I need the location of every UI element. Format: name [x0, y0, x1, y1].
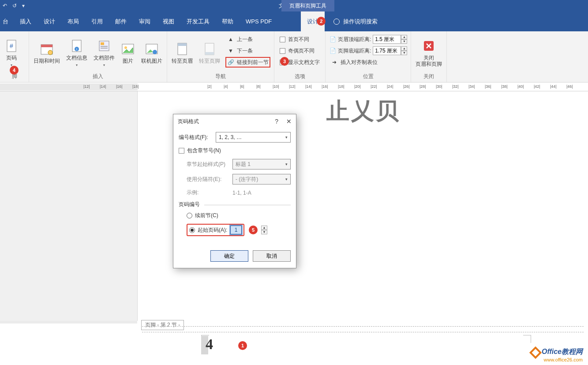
close-icon[interactable]: ✕	[286, 118, 292, 125]
badge-1: 1	[238, 341, 247, 350]
link-to-previous-button[interactable]: 🔗 链接到前一节	[225, 57, 270, 68]
number-format-row: 编号格式(F): 1, 2, 3, … ▾	[179, 132, 291, 143]
nav-list: ▲上一条 ▼下一条 🔗 链接到前一节 3	[224, 33, 272, 73]
checkbox-icon	[179, 148, 184, 154]
date-time-button[interactable]: 日期和时间	[31, 33, 63, 73]
page-numbering-label: 页码编号	[179, 201, 291, 208]
tab-wpspdf[interactable]: WPS PDF	[240, 11, 278, 31]
svg-rect-3	[41, 45, 52, 47]
cancel-button[interactable]: 取消	[253, 250, 291, 262]
close-icon	[422, 39, 436, 53]
ok-button[interactable]: 确定	[210, 250, 248, 262]
page-number-button[interactable]: # 页码 ▾ 4	[2, 33, 21, 73]
footer-boundary-line	[142, 326, 584, 327]
spin-down-icon[interactable]: ▼	[261, 230, 267, 234]
document-body-text: 止乂贝	[326, 96, 401, 127]
horizontal-ruler[interactable]: |18||16||14||12||2||4||6||8||10||12||14|…	[0, 83, 588, 91]
goto-header-icon	[175, 42, 189, 56]
ribbon: # 页码 ▾ 4 脚 日期和时间 i 文档信息 ▾ 文档部件 ▾	[0, 31, 588, 83]
insert-align-tab-button[interactable]: ➜插入对齐制表位	[329, 57, 407, 68]
svg-point-15	[153, 50, 157, 54]
docinfo-icon: i	[70, 39, 84, 53]
prev-icon: ▲	[227, 36, 234, 43]
online-picture-icon	[145, 42, 159, 56]
contextual-tab-label: 页眉和页脚工具	[281, 0, 334, 11]
chevron-down-icon: ▾	[285, 162, 288, 166]
undo-icon[interactable]: ↶	[3, 3, 9, 9]
checkbox-icon	[280, 37, 285, 42]
svg-rect-10	[101, 46, 108, 47]
header-distance-input[interactable]: ▲▼	[373, 35, 407, 44]
ribbon-group-close: 关闭 页眉和页脚 关闭	[411, 31, 447, 82]
spin-up-icon[interactable]: ▲	[401, 46, 407, 51]
goto-header-button[interactable]: 转至页眉	[169, 33, 195, 73]
svg-text:i: i	[76, 47, 77, 51]
radio-icon	[187, 213, 192, 218]
badge-4: 4	[10, 66, 19, 75]
picture-icon	[121, 42, 135, 56]
radio-icon[interactable]	[189, 227, 195, 233]
picture-button[interactable]: 图片	[118, 33, 138, 73]
tab-insert[interactable]: 插入	[14, 11, 37, 31]
tab-design[interactable]: 设计	[37, 11, 61, 31]
link-icon: 🔗	[227, 59, 234, 66]
number-format-select[interactable]: 1, 2, 3, … ▾	[216, 132, 291, 143]
tab-review[interactable]: 审阅	[133, 11, 157, 31]
start-at-row: 起始页码(A): 5 ▲▼	[187, 224, 291, 236]
help-icon[interactable]: ?	[275, 118, 278, 125]
tab-developer[interactable]: 开发工具	[180, 11, 216, 31]
badge-2: 2	[317, 17, 326, 26]
svg-rect-17	[178, 43, 187, 46]
badge-5: 5	[249, 226, 258, 234]
tab-layout[interactable]: 布局	[61, 11, 85, 31]
spin-down-icon[interactable]: ▼	[401, 51, 407, 55]
ribbon-group-hf: # 页码 ▾ 4 脚	[0, 31, 29, 82]
tell-me[interactable]: 操作说明搜索	[325, 18, 378, 26]
quick-parts-button[interactable]: 文档部件 ▾	[91, 33, 117, 73]
chevron-down-icon: ▾	[285, 135, 288, 139]
badge-3: 3	[280, 57, 289, 66]
checkbox-icon	[280, 48, 285, 54]
include-chapter-check[interactable]: 包含章节号(N)	[179, 147, 291, 154]
header-dist-icon: 📄	[329, 36, 336, 43]
repeat-icon[interactable]: ↺	[12, 3, 19, 9]
dialog-title: 页码格式	[178, 118, 199, 125]
prev-section-button[interactable]: ▲上一条	[225, 34, 270, 45]
continue-radio[interactable]: 续前节(C)	[187, 212, 291, 219]
spin-up-icon[interactable]: ▲	[261, 226, 267, 230]
footer-distance-input[interactable]: ▲▼	[373, 46, 407, 55]
goto-footer-icon	[202, 42, 217, 56]
tab-file[interactable]: 台	[0, 11, 14, 31]
ribbon-group-nav: 转至页眉 转至页脚 ▲上一条 ▼下一条 🔗 链接到前一节 3 导航	[167, 31, 274, 82]
svg-rect-11	[101, 48, 108, 49]
dialog-titlebar[interactable]: 页码格式 ? ✕	[173, 114, 296, 128]
align-tab-icon: ➜	[331, 59, 338, 66]
tab-mailings[interactable]: 邮件	[109, 11, 133, 31]
tab-references[interactable]: 引用	[85, 11, 109, 31]
start-at-spinner[interactable]: ▲▼	[261, 226, 267, 234]
goto-footer-button[interactable]: 转至页脚	[196, 33, 223, 73]
svg-rect-19	[205, 52, 214, 55]
first-page-diff-check[interactable]: 首页不同	[278, 34, 322, 45]
margin-corner	[523, 335, 531, 343]
parts-icon	[97, 39, 111, 53]
footer-page-number[interactable]: 4	[201, 336, 214, 354]
tab-hf-design[interactable]: 设计 2	[301, 11, 325, 31]
close-hf-button[interactable]: 关闭 页眉和页脚	[413, 33, 445, 73]
chapter-style-select: 标题 1▾	[232, 159, 291, 169]
tab-help[interactable]: 帮助	[216, 11, 240, 31]
footer-boundary-line2	[142, 332, 584, 332]
start-at-input[interactable]	[230, 226, 242, 234]
doc-info-button[interactable]: i 文档信息 ▾	[64, 33, 90, 73]
next-section-button[interactable]: ▼下一条	[225, 45, 270, 56]
start-at-radio-label[interactable]: 起始页码(A):	[198, 226, 227, 234]
ribbon-group-position: 📄 页眉顶端距离: ▲▼ 📄 页脚底端距离: ▲▼ ➜插入对齐制表位 位置	[326, 31, 411, 82]
odd-even-diff-check[interactable]: 奇偶页不同	[278, 45, 322, 56]
spin-down-icon[interactable]: ▼	[401, 39, 407, 44]
spin-up-icon[interactable]: ▲	[401, 35, 407, 39]
separator-select: - (连字符)▾	[232, 174, 291, 184]
online-picture-button[interactable]: 联机图片	[139, 33, 165, 73]
qat-dropdown-icon[interactable]: ▾	[22, 3, 28, 9]
quick-access-toolbar: ↶ ↺ ▾	[0, 3, 28, 9]
tab-view[interactable]: 视图	[157, 11, 180, 31]
